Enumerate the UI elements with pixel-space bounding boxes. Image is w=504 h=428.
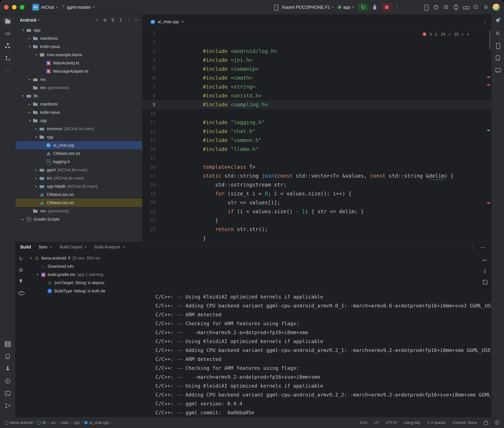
structure-tool-icon[interactable]	[4, 42, 11, 50]
next-problem-icon[interactable]: ∨	[466, 32, 469, 36]
build-tool-icon[interactable]	[4, 340, 11, 348]
expand-chevron-icon[interactable]: ▾	[27, 119, 33, 123]
more-tool-windows-icon[interactable]: ⋯	[4, 67, 11, 74]
code-line[interactable]: 3 #include <iomanip>	[142, 47, 491, 56]
pull-requests-tool-icon[interactable]	[4, 54, 11, 62]
tree-item[interactable]: ▸ kotlin+java	[16, 108, 142, 116]
inspections-widget[interactable]: 3 ⚠ 24 ✓ 15 ∧ ∨	[420, 31, 471, 37]
line-number[interactable]: 11	[142, 118, 172, 127]
line-number[interactable]: 9	[142, 100, 172, 109]
locate-file-icon[interactable]: ⊕	[102, 17, 108, 23]
scroll-to-end-icon[interactable]: ↧	[481, 267, 488, 275]
line-number[interactable]: 20	[142, 198, 172, 207]
expand-chevron-icon[interactable]: ▾	[20, 94, 26, 98]
version-control-tool-icon[interactable]	[4, 402, 11, 410]
line-number[interactable]: 1	[142, 29, 172, 38]
tree-item[interactable]: ▸ src [AiChat.lib.main]	[16, 174, 142, 182]
expand-chevron-icon[interactable]: ▾	[35, 273, 41, 276]
close-tab-icon[interactable]: ×	[50, 245, 52, 249]
tree-item[interactable]: ai_chat.cpp	[16, 141, 142, 149]
tree-item[interactable]: ▸ manifests	[16, 34, 142, 42]
tree-item[interactable]: logging.h	[16, 157, 142, 166]
build-tab[interactable]: Build Output ×	[60, 245, 87, 249]
tree-item[interactable]: ▸ ggml [AiChat.lib.main]	[16, 166, 142, 174]
expand-chevron-icon[interactable]: ▾	[33, 53, 39, 57]
expand-chevron-icon[interactable]: ▾	[28, 256, 34, 260]
clear-console-icon[interactable]	[481, 278, 488, 286]
tree-item[interactable]: ▸ cpp-httplib [AiChat.lib.main]	[16, 182, 142, 190]
expand-chevron-icon[interactable]: ▸	[27, 110, 33, 114]
line-number[interactable]: 22	[142, 216, 172, 225]
line-number[interactable]: 4	[142, 56, 172, 65]
expand-chevron-icon[interactable]: ▸	[27, 78, 33, 81]
plugins-icon[interactable]	[452, 3, 460, 11]
user-avatar[interactable]	[493, 4, 500, 11]
breadcrumb-item[interactable]: src ›	[51, 420, 61, 425]
line-number[interactable]: 5	[142, 65, 172, 74]
line-number[interactable]: 8	[142, 91, 172, 100]
line-number[interactable]: 2	[142, 38, 172, 47]
tree-item[interactable]: ▾ cpp	[16, 133, 142, 141]
expand-all-icon[interactable]: ⇅	[110, 17, 116, 23]
error-stripe-mark[interactable]	[487, 84, 490, 86]
expand-chevron-icon[interactable]: ▸	[33, 176, 39, 180]
tree-item[interactable]: MainActivity.kt	[16, 59, 142, 67]
options-icon[interactable]: ⋮	[125, 17, 132, 23]
close-tab-icon[interactable]: ×	[122, 245, 125, 249]
line-number[interactable]: 15	[142, 154, 172, 163]
code-line[interactable]: 2 #include <jni.h>	[142, 38, 491, 47]
code-line[interactable]: 10 #include "chat.h"	[142, 109, 491, 118]
encoding[interactable]: UTF-8	[386, 420, 396, 425]
line-number[interactable]: 3	[142, 47, 172, 56]
line-number[interactable]: 21	[142, 207, 172, 216]
options-icon[interactable]: ⋮	[470, 243, 477, 251]
code-line[interactable]: 15 static std::string join(const std::ve…	[142, 154, 491, 163]
build-tree-item[interactable]: ▾ build.gradle.kts app 1 warning	[26, 271, 122, 279]
device-selector[interactable]: Xiaomi POCOPHONE F1 ▾	[272, 3, 334, 11]
expand-chevron-icon[interactable]: ▸	[33, 184, 39, 188]
project-tool-icon[interactable]	[4, 17, 11, 25]
line-number[interactable]: 13	[142, 136, 172, 145]
assistant-tool-icon[interactable]	[494, 66, 502, 74]
tree-item[interactable]: ▸ Gradle Scripts	[16, 215, 142, 223]
code-line[interactable]: 11 #include "common.h"	[142, 118, 491, 127]
expand-chevron-icon[interactable]: ▾	[27, 45, 33, 49]
tree-item[interactable]: MessageAdapter.kt	[16, 67, 142, 75]
stop-button[interactable]	[382, 3, 392, 11]
close-tab-icon[interactable]: ×	[181, 19, 184, 24]
device-explorer-tool-icon[interactable]	[4, 353, 11, 360]
previous-problem-icon[interactable]: ∧	[461, 32, 464, 36]
tree-item[interactable]: res (generated)	[16, 207, 142, 215]
tree-item[interactable]: ▾ lib	[16, 92, 142, 100]
line-number[interactable]: 17	[142, 172, 172, 180]
indentation[interactable]: 4 spaces	[427, 420, 446, 425]
editor-scrollbar[interactable]	[489, 31, 491, 49]
tree-item[interactable]: ▾ cpp	[16, 116, 142, 125]
code-line[interactable]: 14 template<class T>	[142, 145, 491, 154]
tree-item[interactable]: ▾ kotlin+java	[16, 42, 142, 51]
line-number[interactable]: 23	[142, 225, 172, 234]
expand-chevron-icon[interactable]: ▸	[27, 102, 33, 106]
soft-wrap-icon[interactable]: ↩	[481, 256, 488, 264]
code-viewport[interactable]: 1 #include <android/log.h> 2 #include <j…	[142, 29, 491, 241]
code-line[interactable]: 7 #include <sampling.h>	[142, 82, 491, 91]
device-mirroring-icon[interactable]	[422, 3, 430, 11]
pin-icon[interactable]	[17, 278, 25, 285]
clang-tidy[interactable]: .clang-tidy	[403, 420, 420, 425]
inspect-icon[interactable]	[17, 289, 25, 296]
close-window-button[interactable]	[4, 5, 9, 9]
breadcrumb-item[interactable]: main ›	[60, 420, 73, 425]
run-configuration-selector[interactable]: app ▾	[338, 5, 354, 10]
search-everywhere-icon[interactable]	[472, 3, 480, 11]
rerun-button[interactable]: ↻	[358, 3, 368, 11]
todo-list-icon[interactable]	[442, 3, 450, 11]
breadcrumb-item[interactable]: ai_chat.cpp ›	[84, 420, 113, 425]
running-devices-tool-icon[interactable]	[494, 54, 502, 62]
build-tree-item[interactable]: ⚠ 'jvmTarget: String' is deprec	[26, 279, 122, 287]
line-number[interactable]: 19	[142, 189, 172, 198]
tree-item[interactable]: ▸ res	[16, 75, 142, 83]
status-indicator-icon[interactable]	[495, 420, 499, 425]
expand-chevron-icon[interactable]: ▸	[20, 217, 26, 221]
build-tree-item[interactable]: ▾ ⚠ llama.android: fi 22 sec, 583 ms	[26, 254, 122, 262]
line-number[interactable]: 16	[142, 163, 172, 172]
